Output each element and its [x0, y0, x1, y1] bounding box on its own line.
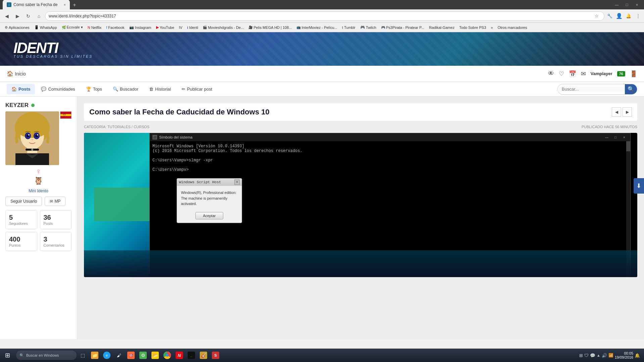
- address-bar[interactable]: www.identi.li/index.php?topic=433317 ☆: [45, 11, 604, 21]
- mp-icon: ✉: [50, 199, 53, 204]
- close-btn[interactable]: ×: [633, 1, 641, 8]
- bookmark-aplicaciones-label: Aplicaciones: [9, 25, 30, 30]
- bookmark-netflix[interactable]: N Netflix: [86, 25, 104, 30]
- comunidades-icon: 💬: [41, 87, 46, 92]
- tab-close-btn[interactable]: ×: [64, 3, 66, 7]
- mini-idento-link[interactable]: Mini Idento: [5, 189, 72, 193]
- site-tagline: TUS DESCARGAS SIN LÍMITES: [13, 54, 93, 58]
- active-tab[interactable]: i Como saber la Fecha de ×: [3, 0, 70, 10]
- cmd-title: Símbolo del sistema: [159, 135, 601, 139]
- stats-grid: 5 Seguidores 36 Posts 400 Puntos 3 Comen…: [5, 210, 72, 251]
- search-input[interactable]: [558, 87, 625, 92]
- heart-icon[interactable]: ♡: [559, 70, 564, 77]
- cmd-minimize-btn[interactable]: —: [603, 134, 610, 140]
- bookmark-radikal[interactable]: Radikal-Gamez: [427, 25, 457, 30]
- dialog-close-btn[interactable]: ×: [234, 179, 240, 185]
- mail-icon[interactable]: ✉: [581, 70, 586, 77]
- message-btn[interactable]: ✉ MP: [45, 197, 65, 206]
- sidebar: KEYZER 🛡: [0, 97, 77, 339]
- search-submit-btn[interactable]: 🔍: [625, 84, 637, 95]
- bookmark-star-icon[interactable]: ☆: [593, 12, 601, 20]
- bookmark-ecovale-label: Ecovale ▾: [67, 25, 83, 30]
- bookmark-more[interactable]: »: [489, 25, 495, 30]
- user-icon[interactable]: 👤: [615, 12, 623, 20]
- bookmark-otros[interactable]: Otros marcadores: [496, 25, 529, 30]
- bookmark-identi[interactable]: i Identi: [185, 25, 200, 30]
- stat-comentarios: 3 Comentarios: [40, 232, 72, 251]
- calendar-icon[interactable]: 📅: [569, 70, 576, 77]
- bookmark-iv[interactable]: IV: [177, 25, 184, 30]
- cmd-scrollbar-thumb[interactable]: [626, 141, 630, 151]
- menu-icon[interactable]: ⋮: [634, 12, 642, 20]
- gender-icon: ♀: [36, 167, 41, 175]
- main-content: Como saber la Fecha de Caducidad de Wind…: [77, 97, 644, 339]
- dialog-title-text: Windows Script Host: [179, 180, 234, 184]
- bookmark-todops3[interactable]: Todo Sobre PS3: [457, 25, 488, 30]
- nav-tops[interactable]: 🏆 Tops: [81, 84, 107, 94]
- new-tab-btn[interactable]: +: [70, 0, 79, 10]
- article-nav: ◀ ▶: [612, 107, 632, 117]
- bookmark-radikal-label: Radikal-Gamez: [429, 25, 455, 30]
- bookmark-facebook[interactable]: f Facebook: [104, 25, 126, 30]
- dialog-accept-btn[interactable]: Aceptar: [195, 212, 224, 219]
- bookmark-intermoviez[interactable]: 📺 InterMoviez - Pelícu...: [294, 25, 339, 30]
- nav-publicar[interactable]: ✏ Publicar post: [177, 84, 217, 94]
- content-wrapper: KEYZER 🛡: [0, 97, 644, 339]
- extensions-icon[interactable]: 🔧: [606, 12, 614, 20]
- historial-icon: 🗑: [149, 87, 153, 92]
- dialog-footer: Aceptar: [177, 211, 242, 223]
- dialog-line2: The machine is permanently activated.: [181, 196, 238, 207]
- follow-user-btn[interactable]: Seguir Usuario: [5, 197, 42, 206]
- nav-bar: ◀ ▶ ↻ ⌂ www.identi.li/index.php?topic=43…: [0, 9, 644, 23]
- avatar-svg: [5, 111, 59, 165]
- refresh-btn[interactable]: ↻: [24, 11, 33, 21]
- bookmark-instagram[interactable]: 📷 Instagram: [127, 24, 153, 30]
- prev-article-btn[interactable]: ◀: [612, 107, 621, 117]
- svg-point-13: [28, 134, 30, 136]
- svg-point-14: [37, 134, 38, 136]
- maximize-btn[interactable]: □: [623, 1, 631, 8]
- publicar-icon: ✏: [182, 87, 185, 92]
- nav-posts[interactable]: 🏠 Posts: [7, 84, 35, 94]
- next-article-btn[interactable]: ▶: [623, 107, 632, 117]
- minimize-btn[interactable]: —: [612, 1, 621, 8]
- user-avatar: [5, 111, 59, 165]
- home-btn[interactable]: ⌂: [34, 11, 44, 21]
- website-content: IDENTI TUS DESCARGAS SIN LÍMITES 🏠 Inici…: [0, 32, 644, 339]
- inicio-link[interactable]: 🏠 Inicio: [7, 70, 26, 77]
- tab-title: Como saber la Fecha de: [13, 2, 57, 7]
- bookmark-aplicaciones[interactable]: ⚙ Aplicaciones: [3, 25, 32, 30]
- bookmark-tumblr-label: Tumblr: [344, 25, 356, 30]
- back-btn[interactable]: ◀: [2, 11, 11, 21]
- cmd-maximize-btn[interactable]: □: [612, 134, 619, 140]
- bookmark-ps3pirata[interactable]: 🎮 Ps3Pirata - Piratear P...: [379, 25, 426, 30]
- nav-comunidades[interactable]: 💬 Comunidades: [36, 84, 80, 94]
- nav-buscador[interactable]: 🔍 Buscador: [108, 84, 143, 94]
- tab-favicon: i: [7, 2, 11, 7]
- cmd-icon: ⬛: [152, 135, 157, 140]
- bookmark-otros-label: Otros marcadores: [498, 25, 527, 30]
- logout-icon[interactable]: 🚪: [630, 70, 637, 77]
- cmd-close-btn[interactable]: ×: [621, 134, 628, 140]
- bookmark-pelismega[interactable]: 🎥 Pelis MEGA HD | 108...: [246, 25, 294, 30]
- bookmark-ecovale[interactable]: 🌿 Ecovale ▾: [60, 24, 85, 30]
- bookmark-facebook-label: Facebook: [108, 25, 124, 30]
- bookmark-twitch[interactable]: 🎮 Twitch: [358, 24, 378, 30]
- site-logo[interactable]: IDENTI: [13, 40, 93, 56]
- address-text: www.identi.li/index.php?topic=433317: [49, 14, 593, 18]
- bookmark-pelismega-label: Pelis MEGA HD | 108...: [254, 25, 292, 30]
- notifications-icon[interactable]: 🔔: [625, 12, 633, 20]
- stat-puntos: 400 Puntos: [5, 232, 37, 251]
- bookmark-tumblr[interactable]: t Tumblr: [340, 25, 358, 30]
- bookmark-whatsapp[interactable]: 📱 WhatsApp: [32, 24, 59, 30]
- action-buttons: Seguir Usuario ✉ MP: [5, 197, 72, 206]
- cmd-titlebar: ⬛ Símbolo del sistema — □ ×: [150, 133, 630, 141]
- bookmark-youtube[interactable]: ▶ YouTube: [154, 24, 176, 30]
- eye-icon[interactable]: 👁: [548, 70, 554, 77]
- download-btn[interactable]: ⬇: [634, 178, 644, 194]
- bookmark-movieshdgratis[interactable]: 🎬 Movieshdgratis - De...: [201, 25, 246, 30]
- nav-historial[interactable]: 🗑 Historial: [144, 84, 176, 94]
- stat-posts: 36 Posts: [40, 210, 72, 229]
- cmd-line3: [152, 153, 628, 158]
- forward-btn[interactable]: ▶: [13, 11, 22, 21]
